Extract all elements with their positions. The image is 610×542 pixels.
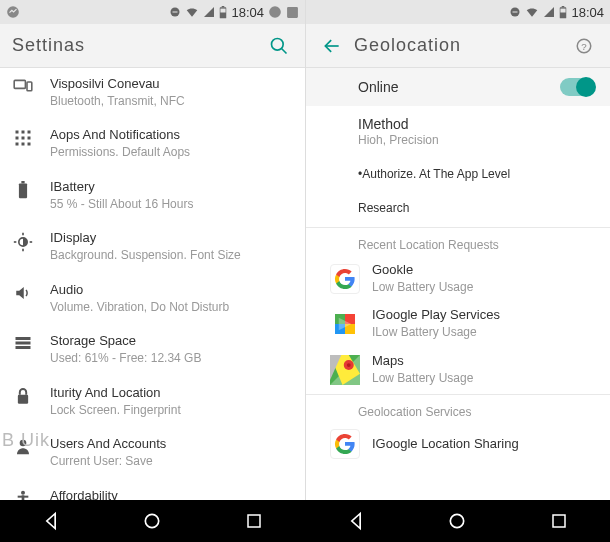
svg-rect-21 [19, 183, 27, 198]
svg-point-6 [269, 6, 281, 18]
svg-rect-15 [16, 137, 19, 140]
svg-rect-18 [16, 143, 19, 146]
svg-text:?: ? [581, 40, 587, 51]
toggle-label: Online [358, 79, 560, 95]
nav-home-button[interactable] [437, 501, 477, 541]
messenger-icon [268, 5, 282, 19]
brightness-icon [10, 230, 36, 263]
status-bar: 18:04 [306, 0, 610, 24]
row-sub: Hioh, Precision [358, 133, 594, 147]
status-bar: 18:04 [0, 0, 305, 24]
svg-point-49 [146, 514, 159, 527]
row-title: IMethod [358, 116, 594, 132]
nav-back-button[interactable] [31, 501, 71, 541]
signal-icon [543, 6, 555, 18]
app-row-maps[interactable]: MapsLow Battery Usage [306, 347, 610, 392]
volume-icon [10, 282, 36, 315]
row-title: IBattery [50, 179, 293, 196]
svg-rect-28 [16, 337, 31, 340]
row-sub: Bluetooth, Transmit, NFC [50, 94, 293, 110]
row-title: Audio [50, 282, 293, 299]
battery-status-icon [559, 6, 567, 19]
row-title: IDisplay [50, 230, 293, 247]
battery-icon [10, 179, 36, 212]
research-row[interactable]: Research [306, 191, 610, 225]
svg-rect-16 [22, 137, 25, 140]
row-sub: Current User: Save [50, 454, 293, 470]
svg-rect-22 [21, 181, 24, 183]
setting-row-storage[interactable]: Storage SpaceUsed: 61% - Free: 12.34 GB [0, 325, 305, 376]
setting-row-users[interactable]: Users And AccountsCurrent User: Save [0, 428, 305, 479]
image-icon [286, 6, 299, 19]
svg-point-48 [347, 363, 351, 367]
section-label-recent: Recent Location Requests [306, 230, 610, 256]
wifi-icon [525, 6, 539, 18]
google-icon [330, 264, 360, 294]
app-name: Gookle [372, 262, 596, 279]
svg-rect-52 [553, 515, 565, 527]
row-sub: 55 % - Still About 16 Hours [50, 197, 293, 213]
lock-icon [10, 385, 36, 418]
row-sub: Permissions. Default Aops [50, 145, 293, 161]
play-services-icon [330, 309, 360, 339]
help-icon[interactable]: ? [570, 32, 598, 60]
row-title: Storage Space [50, 333, 293, 350]
divider [306, 227, 610, 228]
battery-status-icon [219, 6, 227, 19]
online-toggle-row[interactable]: Online [306, 68, 610, 106]
svg-rect-17 [28, 137, 31, 140]
row-title: •Authorize. At The App Level [358, 167, 594, 181]
page-title: Geolocation [354, 35, 570, 56]
settings-header: Settinas [0, 24, 305, 68]
method-row[interactable]: IMethod Hioh, Precision [306, 106, 610, 157]
back-icon[interactable] [318, 32, 346, 60]
nav-recent-button[interactable] [234, 501, 274, 541]
app-sub: Low Battery Usage [372, 280, 596, 296]
svg-rect-13 [22, 131, 25, 134]
app-row-play-services[interactable]: IGoogle Play ServicesILow Battery Usage [306, 301, 610, 346]
svg-point-33 [21, 491, 25, 495]
setting-row-battery[interactable]: IBattery55 % - Still About 16 Hours [0, 171, 305, 222]
nav-recent-button[interactable] [539, 501, 579, 541]
search-icon[interactable] [265, 32, 293, 60]
setting-row-display[interactable]: IDisplayBackground. Suspension. Font Siz… [0, 222, 305, 273]
toggle-switch[interactable] [560, 78, 594, 96]
setting-row-devices[interactable]: Visposilvi ConevauBluetooth, Transmit, N… [0, 68, 305, 119]
svg-point-51 [451, 514, 464, 527]
geolocation-screen: 18:04 Geolocation ? Online IMethod Hioh,… [305, 0, 610, 518]
app-name: IGoogle Play Services [372, 307, 596, 324]
app-row-google[interactable]: GookleLow Battery Usage [306, 256, 610, 301]
row-sub: Lock Screen. Fingerprint [50, 403, 293, 419]
navigation-bar [0, 500, 610, 542]
svg-point-8 [272, 38, 284, 50]
svg-rect-41 [562, 6, 565, 7]
setting-row-security[interactable]: Iturity And LocationLock Screen. Fingerp… [0, 377, 305, 428]
svg-point-32 [20, 440, 27, 447]
svg-rect-39 [513, 12, 518, 13]
svg-rect-2 [173, 12, 178, 13]
section-label-services: Geolocation Services [306, 397, 610, 423]
person-icon [10, 436, 36, 469]
app-sub: Low Battery Usage [372, 371, 596, 387]
svg-rect-10 [14, 80, 25, 88]
row-title: Users And Accounts [50, 436, 293, 453]
app-sub: ILow Battery Usage [372, 325, 596, 341]
svg-rect-50 [248, 515, 260, 527]
nav-home-button[interactable] [132, 501, 172, 541]
setting-row-apps[interactable]: Aops And NotificationsPermissions. Defau… [0, 119, 305, 170]
settings-screen: 18:04 Settinas Visposilvi ConevauBluetoo… [0, 0, 305, 518]
authorize-row[interactable]: •Authorize. At The App Level [306, 157, 610, 191]
messenger-icon [6, 5, 20, 19]
nav-back-button[interactable] [336, 501, 376, 541]
row-title: Iturity And Location [50, 385, 293, 402]
svg-rect-30 [16, 346, 31, 349]
row-sub: Volume. Vibration, Do Not Disturb [50, 300, 293, 316]
storage-icon [10, 333, 36, 366]
setting-row-audio[interactable]: AudioVolume. Vibration, Do Not Disturb [0, 274, 305, 325]
maps-icon [330, 355, 360, 385]
clock: 18:04 [231, 5, 264, 20]
row-sub: Background. Suspension. Font Size [50, 248, 293, 264]
app-row-location-sharing[interactable]: IGoogle Location Sharing [306, 423, 610, 465]
svg-rect-4 [222, 6, 225, 7]
page-title: Settinas [12, 35, 265, 56]
